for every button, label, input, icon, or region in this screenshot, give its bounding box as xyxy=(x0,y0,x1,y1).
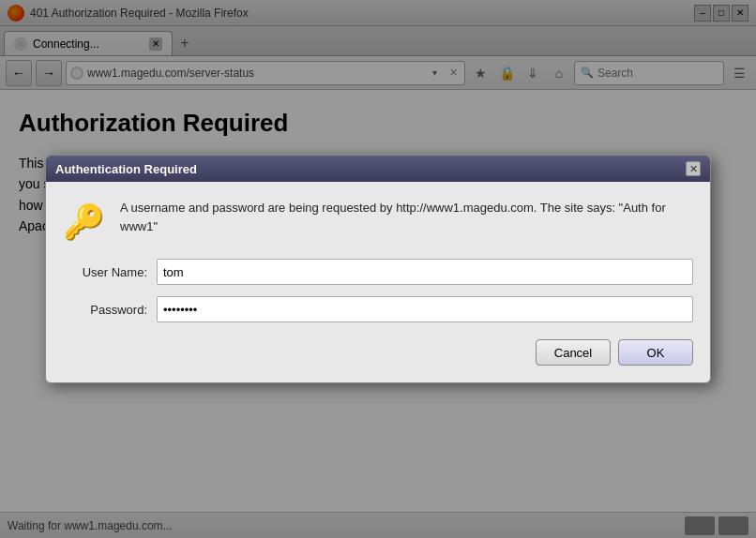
username-label: User Name: xyxy=(63,265,157,279)
key-icon: 🔑 xyxy=(63,202,105,242)
modal-form: User Name: Password: xyxy=(63,259,693,322)
modal-body: 🔑 A username and password are being requ… xyxy=(46,182,710,382)
modal-titlebar: Authentication Required ✕ xyxy=(46,156,710,182)
modal-info-row: 🔑 A username and password are being requ… xyxy=(63,199,693,242)
password-input[interactable] xyxy=(157,296,693,322)
modal-overlay: Authentication Required ✕ 🔑 A username a… xyxy=(0,0,756,538)
cancel-button[interactable]: Cancel xyxy=(536,339,611,366)
username-row: User Name: xyxy=(63,259,693,285)
modal-message: A username and password are being reques… xyxy=(120,199,693,235)
modal-title: Authentication Required xyxy=(55,162,197,176)
password-row: Password: xyxy=(63,296,693,322)
auth-dialog: Authentication Required ✕ 🔑 A username a… xyxy=(45,155,711,383)
username-input[interactable] xyxy=(157,259,693,285)
ok-button[interactable]: OK xyxy=(618,339,693,366)
password-label: Password: xyxy=(63,303,157,317)
modal-close-button[interactable]: ✕ xyxy=(686,161,701,176)
modal-buttons: Cancel OK xyxy=(63,339,693,366)
